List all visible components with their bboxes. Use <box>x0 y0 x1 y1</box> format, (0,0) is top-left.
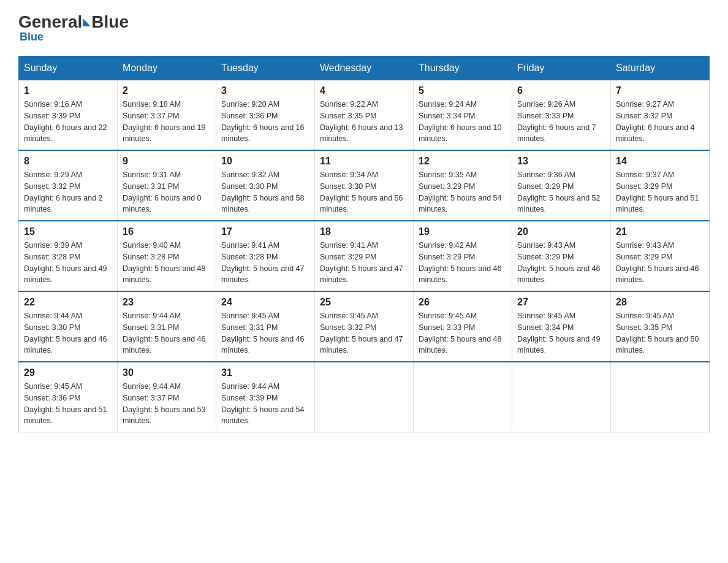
calendar-cell: 8 Sunrise: 9:29 AMSunset: 3:32 PMDayligh… <box>19 150 118 221</box>
day-info: Sunrise: 9:43 AMSunset: 3:29 PMDaylight:… <box>517 240 605 286</box>
day-number: 13 <box>517 156 605 167</box>
calendar-cell: 1 Sunrise: 9:16 AMSunset: 3:39 PMDayligh… <box>19 80 118 151</box>
day-info: Sunrise: 9:37 AMSunset: 3:29 PMDaylight:… <box>616 169 704 215</box>
calendar-cell: 20 Sunrise: 9:43 AMSunset: 3:29 PMDaylig… <box>512 221 611 291</box>
day-info: Sunrise: 9:22 AMSunset: 3:35 PMDaylight:… <box>320 99 408 145</box>
day-info: Sunrise: 9:45 AMSunset: 3:36 PMDaylight:… <box>24 381 112 427</box>
day-number: 5 <box>419 85 507 96</box>
day-number: 20 <box>517 226 605 237</box>
day-number: 31 <box>221 367 309 378</box>
day-number: 28 <box>616 297 704 308</box>
day-number: 2 <box>123 85 211 96</box>
calendar-cell: 24 Sunrise: 9:45 AMSunset: 3:31 PMDaylig… <box>216 291 315 362</box>
calendar-week-row: 15 Sunrise: 9:39 AMSunset: 3:28 PMDaylig… <box>19 221 710 291</box>
day-number: 18 <box>320 226 408 237</box>
col-wednesday: Wednesday <box>315 56 414 80</box>
day-info: Sunrise: 9:36 AMSunset: 3:29 PMDaylight:… <box>517 169 605 215</box>
calendar-cell: 28 Sunrise: 9:45 AMSunset: 3:35 PMDaylig… <box>611 291 710 362</box>
calendar-cell: 23 Sunrise: 9:44 AMSunset: 3:31 PMDaylig… <box>118 291 216 362</box>
day-info: Sunrise: 9:45 AMSunset: 3:31 PMDaylight:… <box>221 310 309 356</box>
day-info: Sunrise: 9:44 AMSunset: 3:31 PMDaylight:… <box>123 310 211 356</box>
calendar-cell: 26 Sunrise: 9:45 AMSunset: 3:33 PMDaylig… <box>414 291 512 362</box>
calendar-cell: 14 Sunrise: 9:37 AMSunset: 3:29 PMDaylig… <box>611 150 710 221</box>
day-info: Sunrise: 9:26 AMSunset: 3:33 PMDaylight:… <box>517 99 605 145</box>
calendar-cell: 17 Sunrise: 9:41 AMSunset: 3:28 PMDaylig… <box>216 221 315 291</box>
calendar-week-row: 29 Sunrise: 9:45 AMSunset: 3:36 PMDaylig… <box>19 362 710 432</box>
day-info: Sunrise: 9:45 AMSunset: 3:32 PMDaylight:… <box>320 310 408 356</box>
logo: GeneralBlue Blue <box>18 12 129 44</box>
calendar-cell: 29 Sunrise: 9:45 AMSunset: 3:36 PMDaylig… <box>19 362 118 432</box>
logo-blue-word: Blue <box>91 12 129 32</box>
day-number: 3 <box>221 85 309 96</box>
calendar-week-row: 8 Sunrise: 9:29 AMSunset: 3:32 PMDayligh… <box>19 150 710 221</box>
calendar-cell: 22 Sunrise: 9:44 AMSunset: 3:30 PMDaylig… <box>19 291 118 362</box>
page-header: GeneralBlue Blue <box>18 12 710 44</box>
day-number: 16 <box>123 226 211 237</box>
day-info: Sunrise: 9:44 AMSunset: 3:39 PMDaylight:… <box>221 381 309 427</box>
day-info: Sunrise: 9:18 AMSunset: 3:37 PMDaylight:… <box>123 99 211 145</box>
day-info: Sunrise: 9:44 AMSunset: 3:37 PMDaylight:… <box>123 381 211 427</box>
day-info: Sunrise: 9:45 AMSunset: 3:34 PMDaylight:… <box>517 310 605 356</box>
calendar-cell: 9 Sunrise: 9:31 AMSunset: 3:31 PMDayligh… <box>118 150 216 221</box>
day-info: Sunrise: 9:27 AMSunset: 3:32 PMDaylight:… <box>616 99 704 145</box>
day-info: Sunrise: 9:29 AMSunset: 3:32 PMDaylight:… <box>24 169 112 215</box>
day-number: 14 <box>616 156 704 167</box>
day-number: 8 <box>24 156 112 167</box>
logo-general-text: General <box>18 12 82 32</box>
day-info: Sunrise: 9:32 AMSunset: 3:30 PMDaylight:… <box>221 169 309 215</box>
calendar-week-row: 22 Sunrise: 9:44 AMSunset: 3:30 PMDaylig… <box>19 291 710 362</box>
day-number: 19 <box>419 226 507 237</box>
calendar-cell <box>414 362 512 432</box>
day-number: 23 <box>123 297 211 308</box>
calendar-cell <box>315 362 414 432</box>
day-number: 29 <box>24 367 112 378</box>
day-number: 10 <box>221 156 309 167</box>
day-number: 17 <box>221 226 309 237</box>
day-info: Sunrise: 9:43 AMSunset: 3:29 PMDaylight:… <box>616 240 704 286</box>
calendar-cell: 4 Sunrise: 9:22 AMSunset: 3:35 PMDayligh… <box>315 80 414 151</box>
day-info: Sunrise: 9:42 AMSunset: 3:29 PMDaylight:… <box>419 240 507 286</box>
day-info: Sunrise: 9:44 AMSunset: 3:30 PMDaylight:… <box>24 310 112 356</box>
day-info: Sunrise: 9:31 AMSunset: 3:31 PMDaylight:… <box>123 169 211 215</box>
col-friday: Friday <box>512 56 611 80</box>
col-saturday: Saturday <box>611 56 710 80</box>
day-info: Sunrise: 9:20 AMSunset: 3:36 PMDaylight:… <box>221 99 309 145</box>
calendar-cell: 21 Sunrise: 9:43 AMSunset: 3:29 PMDaylig… <box>611 221 710 291</box>
calendar-cell: 18 Sunrise: 9:41 AMSunset: 3:29 PMDaylig… <box>315 221 414 291</box>
day-number: 26 <box>419 297 507 308</box>
calendar-cell: 10 Sunrise: 9:32 AMSunset: 3:30 PMDaylig… <box>216 150 315 221</box>
day-number: 7 <box>616 85 704 96</box>
calendar-cell: 12 Sunrise: 9:35 AMSunset: 3:29 PMDaylig… <box>414 150 512 221</box>
day-number: 25 <box>320 297 408 308</box>
calendar-cell: 13 Sunrise: 9:36 AMSunset: 3:29 PMDaylig… <box>512 150 611 221</box>
day-info: Sunrise: 9:45 AMSunset: 3:33 PMDaylight:… <box>419 310 507 356</box>
day-number: 4 <box>320 85 408 96</box>
calendar-cell: 19 Sunrise: 9:42 AMSunset: 3:29 PMDaylig… <box>414 221 512 291</box>
day-number: 15 <box>24 226 112 237</box>
day-info: Sunrise: 9:41 AMSunset: 3:29 PMDaylight:… <box>320 240 408 286</box>
calendar-cell: 2 Sunrise: 9:18 AMSunset: 3:37 PMDayligh… <box>118 80 216 151</box>
day-number: 1 <box>24 85 112 96</box>
day-number: 6 <box>517 85 605 96</box>
day-info: Sunrise: 9:24 AMSunset: 3:34 PMDaylight:… <box>419 99 507 145</box>
calendar-cell: 25 Sunrise: 9:45 AMSunset: 3:32 PMDaylig… <box>315 291 414 362</box>
calendar-cell: 27 Sunrise: 9:45 AMSunset: 3:34 PMDaylig… <box>512 291 611 362</box>
calendar-cell: 11 Sunrise: 9:34 AMSunset: 3:30 PMDaylig… <box>315 150 414 221</box>
col-monday: Monday <box>118 56 216 80</box>
calendar-cell <box>512 362 611 432</box>
calendar-cell: 16 Sunrise: 9:40 AMSunset: 3:28 PMDaylig… <box>118 221 216 291</box>
day-number: 30 <box>123 367 211 378</box>
logo-tagline: Blue <box>20 31 44 44</box>
calendar-table: Sunday Monday Tuesday Wednesday Thursday… <box>18 56 710 432</box>
day-info: Sunrise: 9:39 AMSunset: 3:28 PMDaylight:… <box>24 240 112 286</box>
day-number: 9 <box>123 156 211 167</box>
calendar-week-row: 1 Sunrise: 9:16 AMSunset: 3:39 PMDayligh… <box>19 80 710 151</box>
day-info: Sunrise: 9:35 AMSunset: 3:29 PMDaylight:… <box>419 169 507 215</box>
col-thursday: Thursday <box>414 56 512 80</box>
day-number: 11 <box>320 156 408 167</box>
day-number: 22 <box>24 297 112 308</box>
calendar-cell: 6 Sunrise: 9:26 AMSunset: 3:33 PMDayligh… <box>512 80 611 151</box>
logo-arrow-icon <box>83 18 91 26</box>
calendar-cell: 31 Sunrise: 9:44 AMSunset: 3:39 PMDaylig… <box>216 362 315 432</box>
calendar-cell: 15 Sunrise: 9:39 AMSunset: 3:28 PMDaylig… <box>19 221 118 291</box>
